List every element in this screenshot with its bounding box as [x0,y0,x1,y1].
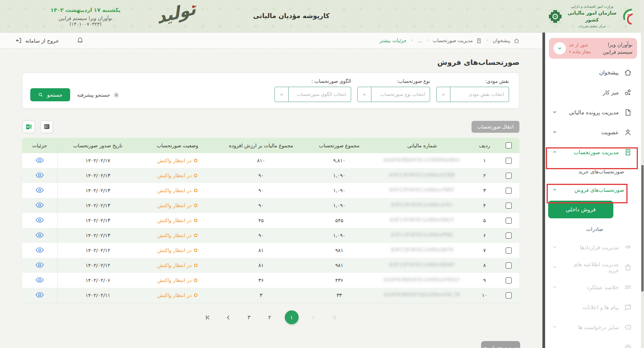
row-checkbox[interactable] [506,247,512,254]
sidebar-item-exports[interactable]: صادرات [562,221,627,237]
sidebar-item-invoice-management[interactable]: مدیریت صورتحساب [545,142,641,162]
sidebar-item-sales-invoices[interactable]: صورتحساب‌های فروش [545,181,641,199]
taxpayer-role-select[interactable]: انتخاب نقش مودی [436,87,509,102]
row-checkbox[interactable] [506,277,512,284]
sidebar-item-other-requests[interactable]: سایر درخواست ها [545,317,641,337]
invoice-total: ۱,۰۹۰ [306,168,373,183]
warning-line-2: مجاز ماده ۶ [569,48,591,55]
issue-date: ۱۴۰۲/۰۲/۱۳ [57,183,138,198]
sidebar-item-messages[interactable]: پیام ها و اعلانات [545,297,641,317]
row-index: ۶ [471,228,498,243]
pagination-prev-button[interactable] [308,312,319,323]
status-ring-icon [194,294,197,297]
toolbar-left-cluster: خروج از سامانه [15,36,84,45]
view-details-eye-icon[interactable] [36,203,44,209]
sidebar-item-performance-summary[interactable]: خلاصه عملکرد [545,277,641,297]
tax-number-blurred: A3F13F4F0C1x99xxP9G [391,232,453,237]
window-scrollbar-thumb[interactable] [641,165,644,292]
sidebar-item-contracts[interactable]: مدیریت قراردادها [545,237,641,257]
transfer-invoice-button[interactable]: انتقال صورتحساب [472,121,519,133]
view-details-eye-icon[interactable] [36,173,44,179]
pagination-next-button[interactable] [223,312,234,323]
status-badge: در انتظار واکنش [158,277,198,283]
view-details-eye-icon[interactable] [36,218,44,224]
details-cell [22,243,57,258]
breadcrumb-home[interactable]: پیشخوان [493,38,510,43]
view-details-eye-icon[interactable] [36,293,44,299]
warning-line-1: عبور از حد [569,41,591,48]
row-checkbox[interactable] [506,158,512,164]
invoice-icon [476,38,482,44]
row-select-cell [498,243,519,258]
view-details-eye-icon[interactable] [36,158,44,164]
user-chip[interactable]: نوآوران ویرا سیستم فرابین عبور از حد مجا… [549,38,637,59]
sidebar-item-workspace[interactable]: میز کار [545,82,641,102]
logout-button[interactable]: خروج از سامانه [15,37,59,44]
page-title: صورتحساب‌های فروش [22,58,519,66]
breadcrumb-section[interactable]: مدیریت صورتحساب [433,38,473,43]
sidebar-item-clipped-bottom[interactable] [545,337,641,348]
row-checkbox[interactable] [506,292,512,299]
user-name: نوآوران ویرا سیستم فرابین [603,41,632,56]
sidebar-item-label: مدیریت قراردادها [563,244,619,251]
pagination-first-button[interactable] [329,312,340,323]
row-select-cell [498,198,519,213]
pagination-page-2[interactable]: ۲ [264,312,276,323]
view-details-eye-icon[interactable] [36,278,44,284]
status-label: در انتظار واکنش [158,262,192,268]
status-cell: در انتظار واکنش [138,258,217,273]
row-index: ۲ [471,168,498,183]
row-checkbox[interactable] [506,188,512,194]
new-invoice-button[interactable]: صدور صورتحساب جدید [481,341,520,348]
issue-date: ۱۴۰۲/۰۲/۱۳ [57,168,138,183]
row-select-cell [498,213,519,228]
view-details-eye-icon[interactable] [36,233,44,239]
pagination-last-button[interactable] [202,312,214,323]
sidebar-item-label: مدیریت اطلاعیه های خرید [563,261,619,274]
tax-organization-logo: وزارت امور اقتصادی و دارایی سازمان امور … [547,3,633,30]
excel-export-button[interactable]: X [22,120,35,133]
excel-icon: X [25,123,33,130]
sidebar-scrollbar[interactable] [542,33,545,348]
view-details-eye-icon[interactable] [36,248,44,254]
pagination-page-3[interactable]: ۳ [243,312,255,323]
select-placeholder: انتخاب نقش مودی [450,92,509,97]
invoice-type-select[interactable]: انتخاب نوع صورتحساب [357,87,430,102]
status-cell: در انتظار واکنش [138,198,217,213]
sidebar-item-purchase-invoices[interactable]: صورتحساب‌های خرید [545,162,641,181]
sidebar-item-purchase-notices[interactable]: مدیریت اطلاعیه های خرید [545,257,641,277]
window-scrollbar[interactable] [641,0,644,348]
user-chip-chevron-down-icon[interactable] [554,42,566,54]
invoice-pattern-select[interactable]: انتخاب الگوی صورتحساب [274,87,351,102]
view-details-eye-icon[interactable] [36,263,44,269]
header-tax-number: شماره مالیاتی [373,138,471,153]
ministry-line-1: وزارت امور اقتصادی و دارایی [566,4,618,10]
notification-bell-icon[interactable] [77,36,84,45]
internal-sales-button[interactable]: فروش داخلی [548,201,613,218]
select-all-checkbox[interactable] [506,142,512,148]
status-badge: در انتظار واکنش [158,247,198,253]
advanced-search-button[interactable]: جستجو پیشرفته [77,92,120,98]
invoice-vat-total: ۸۱ [217,258,306,273]
tax-number-blurred: A24F63BD4F0C13399FA2B41 [384,157,460,163]
select-placeholder: انتخاب الگوی صورتحساب [289,92,351,97]
row-checkbox[interactable] [506,262,512,269]
sidebar-item-dashboard[interactable]: پیشخوان [545,63,641,82]
column-settings-button[interactable] [40,120,53,133]
breadcrumb-ellipsis[interactable]: ... [417,38,422,43]
row-checkbox[interactable] [506,173,512,179]
status-ring-icon [194,159,197,162]
row-checkbox[interactable] [506,203,512,209]
search-button[interactable]: جستجو [30,88,70,101]
invoice-total: ۹۸۱ [306,258,373,273]
table-row: ۱۰A24F63BD4F0Q2x99xxF9L79۳۳۳در انتظار وا… [22,288,519,303]
sidebar-item-tax-file[interactable]: مدیریت پرونده مالیاتی [545,102,641,122]
pagination-page-1-active[interactable]: ۱ [285,310,299,324]
view-details-eye-icon[interactable] [36,188,44,194]
row-checkbox[interactable] [506,233,512,239]
slogan-calligraphy-text: تولید [156,1,197,28]
row-checkbox[interactable] [506,218,512,224]
sidebar-item-label: پیام ها و اعلانات [552,304,619,310]
main-area: پیشخوان مدیریت صورتحساب ... جزئیات بیشتر… [0,33,542,348]
sidebar-item-membership[interactable]: عضویت [545,122,641,142]
